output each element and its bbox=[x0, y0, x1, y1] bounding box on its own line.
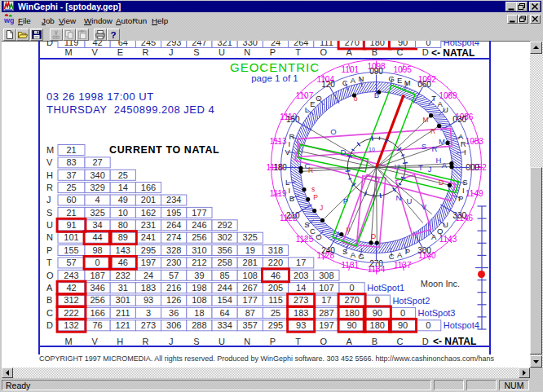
svg-text:243: 243 bbox=[64, 271, 78, 280]
svg-text:1125: 1125 bbox=[296, 235, 314, 244]
svg-text:36: 36 bbox=[169, 308, 179, 318]
svg-text:N: N bbox=[244, 47, 250, 57]
svg-text:121: 121 bbox=[116, 320, 130, 330]
svg-text:42: 42 bbox=[66, 283, 76, 293]
svg-text:25: 25 bbox=[66, 183, 76, 192]
svg-text:85: 85 bbox=[219, 271, 229, 280]
svg-text:19: 19 bbox=[245, 245, 255, 255]
svg-text:183: 183 bbox=[294, 308, 308, 318]
svg-text:B: B bbox=[372, 337, 377, 346]
svg-text:V: V bbox=[285, 148, 290, 156]
svg-text:292: 292 bbox=[217, 220, 232, 230]
svg-text:0: 0 bbox=[95, 258, 100, 267]
svg-text:356: 356 bbox=[217, 245, 232, 255]
svg-text:329: 329 bbox=[90, 183, 104, 192]
svg-text:C: C bbox=[397, 47, 404, 57]
svg-text:V: V bbox=[46, 157, 53, 167]
svg-text:D: D bbox=[46, 320, 53, 330]
svg-text:24: 24 bbox=[143, 271, 153, 280]
svg-text:GEOCENTRIC: GEOCENTRIC bbox=[230, 60, 320, 74]
svg-text:page 1 of 1: page 1 of 1 bbox=[251, 73, 298, 83]
svg-text:P: P bbox=[458, 194, 463, 203]
svg-text:234: 234 bbox=[166, 195, 181, 205]
svg-text:O: O bbox=[330, 127, 336, 136]
svg-text:O: O bbox=[320, 337, 328, 346]
svg-text:39: 39 bbox=[194, 271, 204, 280]
svg-text:274: 274 bbox=[166, 232, 181, 242]
svg-text:N: N bbox=[396, 193, 402, 202]
svg-text:1137: 1137 bbox=[394, 261, 412, 270]
svg-text:107: 107 bbox=[319, 283, 333, 293]
svg-text:27: 27 bbox=[92, 157, 102, 167]
svg-text:S: S bbox=[304, 220, 309, 229]
svg-text:295: 295 bbox=[268, 320, 283, 330]
svg-text:258: 258 bbox=[217, 258, 232, 267]
svg-text:357: 357 bbox=[243, 320, 258, 330]
svg-text:P: P bbox=[313, 193, 318, 201]
svg-text:0: 0 bbox=[375, 295, 380, 305]
svg-text:wg: wg bbox=[3, 16, 14, 24]
svg-text:R: R bbox=[143, 47, 149, 57]
svg-text:1143: 1143 bbox=[439, 235, 457, 244]
svg-text:166: 166 bbox=[141, 183, 156, 192]
svg-text:220: 220 bbox=[268, 258, 283, 267]
svg-text:325: 325 bbox=[243, 232, 258, 242]
svg-text:155: 155 bbox=[64, 245, 78, 255]
svg-text:A: A bbox=[351, 76, 356, 85]
svg-text:R: R bbox=[430, 127, 435, 135]
svg-text:u: u bbox=[347, 225, 351, 233]
svg-text:G: G bbox=[388, 74, 394, 83]
svg-text:180: 180 bbox=[344, 308, 359, 318]
svg-text:231: 231 bbox=[141, 220, 156, 230]
svg-text:A: A bbox=[346, 337, 352, 346]
svg-text:205: 205 bbox=[268, 283, 283, 293]
svg-text:281: 281 bbox=[243, 258, 258, 267]
svg-text:M: M bbox=[46, 145, 54, 155]
svg-text:17: 17 bbox=[296, 258, 306, 267]
svg-text:203: 203 bbox=[294, 271, 308, 280]
svg-text:D: D bbox=[371, 232, 376, 240]
svg-text:M: M bbox=[439, 137, 445, 146]
svg-text:241: 241 bbox=[141, 232, 156, 242]
svg-text:U: U bbox=[219, 337, 225, 346]
svg-text:166: 166 bbox=[90, 308, 104, 318]
svg-text:Hotspot4: Hotspot4 bbox=[444, 320, 479, 330]
svg-text:273: 273 bbox=[141, 320, 156, 330]
svg-text:83: 83 bbox=[66, 157, 76, 167]
svg-text:197: 197 bbox=[319, 320, 333, 330]
svg-text:T: T bbox=[295, 47, 301, 57]
svg-text:57: 57 bbox=[169, 271, 179, 280]
svg-text:132: 132 bbox=[64, 320, 78, 330]
svg-text:U: U bbox=[46, 220, 53, 230]
svg-text:S: S bbox=[193, 47, 199, 57]
svg-text:P: P bbox=[270, 47, 276, 57]
svg-text:264: 264 bbox=[166, 220, 181, 230]
svg-text:108: 108 bbox=[243, 271, 258, 280]
svg-text:46: 46 bbox=[271, 271, 280, 280]
svg-text:P: P bbox=[343, 196, 348, 205]
svg-text:HotSpot3: HotSpot3 bbox=[418, 308, 456, 318]
svg-text:THURSDAY 2450899.208 JED 4: THURSDAY 2450899.208 JED 4 bbox=[46, 104, 214, 116]
svg-text:21: 21 bbox=[66, 208, 76, 218]
svg-text:34: 34 bbox=[92, 220, 102, 230]
svg-text:10: 10 bbox=[118, 208, 128, 218]
svg-text:240: 240 bbox=[321, 246, 335, 255]
svg-text:222: 222 bbox=[64, 308, 78, 318]
svg-text:E: E bbox=[397, 76, 402, 85]
svg-text:1095: 1095 bbox=[394, 65, 413, 74]
svg-text:A: A bbox=[397, 250, 403, 259]
svg-text:1131: 1131 bbox=[342, 261, 360, 270]
svg-text:246: 246 bbox=[192, 220, 206, 230]
svg-text:CURRENT TO NATAL: CURRENT TO NATAL bbox=[109, 144, 219, 156]
svg-text:93: 93 bbox=[296, 320, 306, 330]
svg-text:O: O bbox=[316, 232, 321, 241]
svg-text:COPYRIGHT 1997 MICROMEDIA. All: COPYRIGHT 1997 MICROMEDIA. All rights re… bbox=[39, 355, 495, 363]
svg-text:H: H bbox=[117, 337, 123, 346]
svg-text:A: A bbox=[442, 161, 448, 170]
svg-text:93: 93 bbox=[143, 295, 153, 305]
svg-text:162: 162 bbox=[141, 208, 156, 218]
svg-text:I: I bbox=[462, 186, 465, 195]
svg-text:S: S bbox=[462, 178, 467, 187]
svg-text:288: 288 bbox=[192, 320, 206, 330]
svg-text:0: 0 bbox=[400, 308, 405, 318]
